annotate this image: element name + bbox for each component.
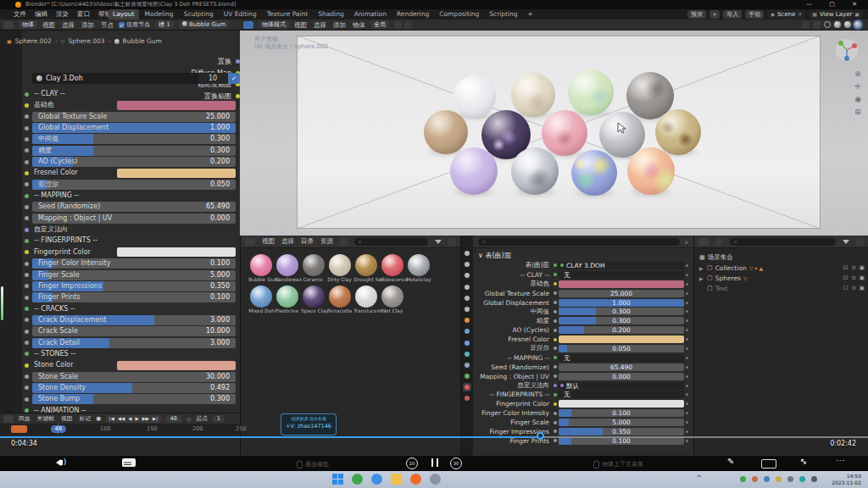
animate-dot-icon[interactable]	[684, 385, 690, 387]
physics-tab[interactable]	[463, 350, 471, 358]
timeline-ruler[interactable]: 48 100150200250	[0, 424, 240, 435]
display-mode-icon[interactable]	[340, 238, 348, 246]
keyboard-icon[interactable]	[761, 459, 776, 469]
tool-tab[interactable]	[463, 249, 471, 258]
workspace-tab-sculpting[interactable]: Sculpting	[180, 9, 218, 19]
outliner-type-icon[interactable]	[698, 238, 709, 246]
solid-shading-icon[interactable]	[834, 21, 841, 28]
asset-item-drought-soil[interactable]: Drought Soil	[353, 254, 379, 283]
param-slider[interactable]: 0.300	[559, 308, 684, 315]
modifiers-tab[interactable]	[463, 327, 471, 336]
param-value-field[interactable]: 无	[559, 271, 684, 279]
animate-dot-icon[interactable]	[684, 274, 690, 276]
scene-tab[interactable]	[463, 294, 471, 302]
data-tab[interactable]	[463, 372, 471, 380]
annotate-pencil-icon[interactable]: ✎	[727, 457, 734, 466]
param-slider[interactable]: 0.000	[559, 373, 684, 380]
properties-search-input[interactable]: ⌕	[478, 238, 680, 246]
clay-sphere-drought-soil[interactable]	[655, 109, 701, 155]
param-row-slider[interactable]: Finger Prints0.100	[32, 292, 236, 302]
param-row-slider[interactable]: Seed (Randomize)65.490	[32, 202, 236, 212]
forward-30-button[interactable]: 30	[450, 458, 462, 469]
param-slider[interactable]	[32, 146, 236, 156]
param-slider[interactable]	[32, 180, 236, 190]
node-group-checkbox[interactable]: ✓	[228, 73, 240, 84]
keyframe-range[interactable]	[11, 425, 27, 433]
timeline-type-icon[interactable]	[3, 415, 14, 423]
outliner-item-spheres[interactable]: ▶ ▢ Spheres ▽ ☑⊙▣	[699, 273, 865, 283]
pause-button[interactable]	[431, 458, 438, 467]
expand-icon[interactable]: ▶	[699, 265, 704, 271]
param-value-field[interactable]: 无	[559, 354, 684, 362]
workspace-tab-modeling[interactable]: Modeling	[141, 9, 178, 19]
animate-dot-icon[interactable]	[684, 366, 690, 369]
record-button[interactable]: ●	[96, 415, 101, 422]
playhead-badge[interactable]: 48	[51, 425, 66, 433]
gear-icon[interactable]	[856, 238, 864, 246]
color-swatch[interactable]	[559, 280, 684, 288]
menu-0[interactable]: 文件	[14, 9, 26, 19]
workspace-tab-rendering[interactable]: Rendering	[392, 9, 433, 19]
animate-dot-icon[interactable]	[684, 402, 690, 405]
asset-item-space-clay[interactable]: Space Clay	[300, 286, 326, 314]
clay-sphere-bubble-gum[interactable]	[542, 110, 587, 156]
param-value-field[interactable]: CLAY 3.DOH	[559, 262, 684, 269]
gizmo-toggle-icon[interactable]	[802, 21, 810, 29]
chevron-down-icon[interactable]: ∨	[685, 239, 688, 245]
viewport-editor-type-icon[interactable]	[243, 21, 253, 29]
scroll-indicator[interactable]	[1, 286, 3, 320]
param-row-slider[interactable]: Stone Bump0.300	[32, 394, 236, 404]
viewport-menu-0[interactable]: 视图	[294, 19, 307, 30]
filter-icon[interactable]	[843, 240, 849, 244]
import-button[interactable]: 导入	[723, 10, 742, 19]
checkbox-icon[interactable]: ☐	[843, 285, 849, 291]
param-slider[interactable]: 0.050	[559, 345, 684, 352]
eye-icon[interactable]: ⊙	[851, 274, 855, 281]
transport-button-5[interactable]: ▶|	[152, 415, 159, 423]
weather-icon[interactable]	[352, 474, 363, 485]
expand-icon[interactable]: ▶	[699, 275, 704, 281]
volume-icon[interactable]: )	[53, 458, 66, 466]
asset-item-mixed-doh[interactable]: Mixed Doh	[248, 286, 274, 314]
clay-sphere-plasticine[interactable]	[568, 69, 614, 115]
workspace-tab-uv-editing[interactable]: UV Editing	[220, 9, 261, 19]
shader-menu-2[interactable]: 添加	[81, 19, 94, 30]
timeline-menu-2[interactable]: 视图	[61, 414, 73, 423]
clay-sphere-wet-clay[interactable]	[424, 110, 468, 154]
wireframe-shading-icon[interactable]	[824, 21, 831, 28]
edge-browser-icon[interactable]	[371, 474, 382, 485]
animate-dot-icon[interactable]	[684, 357, 690, 359]
param-row-slider[interactable]: Stone Density0.492	[32, 383, 236, 393]
object-tab[interactable]	[463, 316, 471, 324]
param-slider[interactable]	[32, 134, 236, 144]
param-row-slider[interactable]: 精度0.300	[32, 146, 236, 156]
subtitle-icon[interactable]	[122, 458, 136, 467]
file-explorer-icon[interactable]	[391, 474, 402, 485]
param-row-slider[interactable]: Crack Detail3.000	[32, 338, 236, 348]
asset-item-plasticine[interactable]: Plasticine	[274, 286, 300, 314]
color-swatch[interactable]	[117, 101, 236, 110]
param-row-slider[interactable]: 中间值0.300	[32, 134, 236, 144]
animate-dot-icon[interactable]	[684, 393, 690, 396]
menu-3[interactable]: 窗口	[77, 9, 90, 19]
param-row-slider[interactable]: 菲涅尔0.050	[32, 180, 236, 190]
breadcrumb-object[interactable]: Sphere.002	[15, 37, 52, 45]
color-swatch[interactable]	[117, 361, 236, 370]
windows-start-icon[interactable]	[332, 474, 343, 485]
param-row-slider[interactable]: Global Texture Scale25.000	[32, 112, 236, 122]
animate-dot-icon[interactable]	[684, 329, 690, 331]
clay-sphere-dirty-clay[interactable]	[511, 73, 555, 117]
shader-menu-3[interactable]: 节点	[101, 19, 114, 30]
overlays-toggle-icon[interactable]	[813, 21, 821, 29]
navigation-gizmo[interactable]	[834, 37, 860, 63]
param-row-slider[interactable]: Crack Scale10.000	[32, 326, 236, 336]
asset-item-dirty-clay[interactable]: Dirty Clay	[326, 254, 353, 283]
tray-icon-1[interactable]	[752, 476, 758, 482]
param-row-color[interactable]: Fresnel Color	[32, 168, 236, 178]
workspace-tab-animation[interactable]: Animation	[350, 9, 391, 19]
param-slider[interactable]: 65.490	[559, 363, 684, 371]
clay-sphere-iridescence[interactable]	[627, 147, 675, 195]
tray-icon-6[interactable]	[811, 476, 817, 482]
shader-menu-1[interactable]: 选择	[62, 19, 75, 30]
camera-icon[interactable]: ▣	[860, 274, 865, 281]
